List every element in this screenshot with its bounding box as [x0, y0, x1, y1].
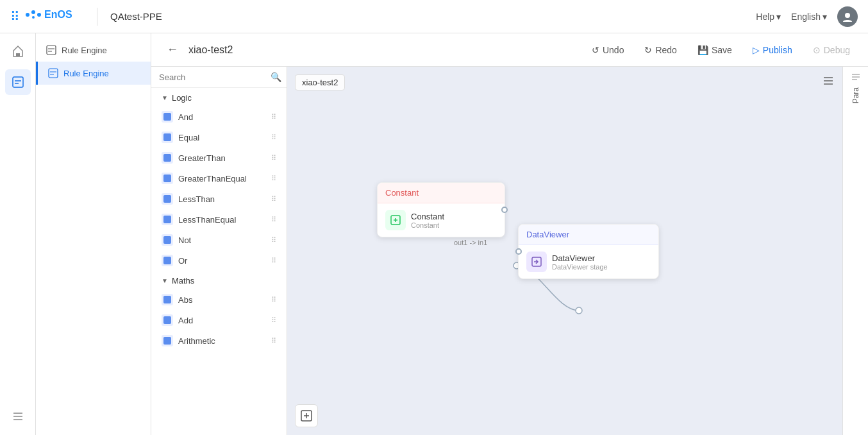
- right-panel-label: Para: [851, 87, 860, 103]
- and-label: And: [178, 112, 266, 122]
- sidebar-menu-icon[interactable]: [12, 410, 24, 435]
- svg-rect-12: [163, 154, 171, 162]
- drag-handle-icon: ⠿: [271, 133, 276, 142]
- greaterthanequal-label: GreaterThanEqual: [178, 174, 266, 183]
- rule-engine-sub-item[interactable]: Rule Engine: [36, 62, 151, 85]
- maths-category-header[interactable]: ▼ Maths: [151, 271, 287, 289]
- list-item[interactable]: Add ⠿: [151, 310, 287, 330]
- abs-node-icon: [162, 294, 173, 305]
- publish-button[interactable]: ▷ Publish: [745, 41, 800, 59]
- svg-rect-8: [47, 46, 56, 55]
- greaterthanequal-node-icon: [162, 173, 173, 184]
- drag-handle-icon: ⠿: [271, 316, 276, 325]
- svg-rect-7: [13, 77, 23, 87]
- dataviewer-node-body: DataViewer DataViewer stage: [519, 245, 658, 278]
- redo-icon: ↻: [644, 45, 652, 55]
- svg-rect-16: [163, 236, 171, 244]
- or-node-icon: [162, 255, 173, 266]
- constant-node-sublabel: Constant: [411, 221, 444, 229]
- back-button[interactable]: ←: [162, 40, 183, 59]
- undo-button[interactable]: ↺ Undo: [584, 41, 631, 59]
- equal-node-icon: [162, 132, 173, 143]
- panel-toggle-icon[interactable]: [822, 74, 835, 90]
- logo: ⠿ EnOS: [10, 7, 76, 26]
- drag-handle-icon: ⠿: [271, 175, 276, 183]
- drag-handle-icon: ⠿: [271, 113, 276, 121]
- toolbar: ← xiao-test2 ↺ Undo ↻ Redo 💾 Save: [151, 33, 868, 67]
- constant-output-port[interactable]: [501, 207, 508, 213]
- debug-button[interactable]: ⊙ Debug: [805, 41, 858, 59]
- dataviewer-node-sublabel: DataViewer stage: [552, 263, 608, 271]
- lessthan-label: LessThan: [178, 194, 266, 204]
- canvas-area[interactable]: xiao-test2 out1 -> in1: [287, 67, 842, 435]
- drag-handle-icon: ⠿: [271, 154, 276, 162]
- language-menu[interactable]: English ▾: [791, 12, 827, 22]
- save-icon: 💾: [697, 45, 708, 55]
- svg-rect-18: [163, 296, 171, 303]
- svg-point-1: [31, 10, 35, 14]
- dataviewer-input-port[interactable]: [515, 248, 522, 255]
- connection-label: out1 -> in1: [454, 239, 487, 246]
- publish-icon: ▷: [753, 45, 760, 55]
- sidebar-home-icon[interactable]: [5, 38, 31, 64]
- equal-label: Equal: [178, 133, 266, 142]
- search-input[interactable]: [159, 72, 267, 82]
- list-item[interactable]: GreaterThanEqual ⠿: [151, 168, 287, 189]
- constant-node[interactable]: Constant Constant Constant: [377, 182, 505, 237]
- greaterthan-node-icon: [162, 152, 173, 164]
- add-node-icon: [162, 314, 173, 326]
- workspace: 🔍 ▼ Logic And ⠿: [151, 67, 868, 435]
- and-node-icon: [162, 111, 173, 123]
- svg-rect-20: [163, 337, 171, 345]
- list-item[interactable]: Arithmetic ⠿: [151, 330, 287, 351]
- debug-icon: ⊙: [813, 45, 821, 55]
- list-item[interactable]: LessThan ⠿: [151, 189, 287, 209]
- drag-handle-icon: ⠿: [271, 216, 276, 224]
- panel-lines-icon: [851, 72, 861, 82]
- lang-chevron-icon: ▾: [822, 12, 827, 22]
- avatar[interactable]: [837, 6, 858, 27]
- logo-dots: ⠿: [10, 9, 20, 24]
- right-content: ← xiao-test2 ↺ Undo ↻ Redo 💾 Save: [151, 33, 868, 435]
- help-chevron-icon: ▾: [776, 12, 781, 22]
- top-nav-right: Help ▾ English ▾: [756, 6, 858, 27]
- canvas-breadcrumb: xiao-test2: [295, 74, 345, 90]
- dataviewer-node[interactable]: DataViewer DataViewer DataViewer stage: [518, 224, 659, 279]
- save-button[interactable]: 💾 Save: [690, 41, 740, 59]
- svg-rect-17: [163, 257, 171, 264]
- panel-sidebar: 🔍 ▼ Logic And ⠿: [151, 67, 287, 435]
- drag-handle-icon: ⠿: [271, 296, 276, 304]
- svg-point-22: [576, 307, 582, 314]
- arithmetic-node-icon: [162, 335, 173, 346]
- drag-handle-icon: ⠿: [271, 195, 276, 203]
- sidebar-rule-engine-icon[interactable]: [5, 69, 31, 95]
- redo-button[interactable]: ↻ Redo: [637, 41, 684, 59]
- dataviewer-node-label: DataViewer: [552, 253, 608, 263]
- list-item[interactable]: Abs ⠿: [151, 289, 287, 310]
- svg-rect-6: [16, 53, 20, 56]
- inner-left-nav: Rule Engine Rule Engine: [36, 33, 151, 435]
- svg-point-5: [845, 13, 850, 18]
- list-item[interactable]: LessThanEqual ⠿: [151, 209, 287, 230]
- svg-point-3: [32, 16, 35, 19]
- arithmetic-label: Arithmetic: [178, 336, 266, 346]
- lessthan-node-icon: [162, 193, 173, 205]
- list-item[interactable]: Not ⠿: [151, 230, 287, 250]
- svg-rect-15: [163, 216, 171, 223]
- rule-engine-nav: Rule Engine: [36, 38, 151, 62]
- toolbar-title: xiao-test2: [188, 44, 233, 56]
- canvas-zoom-button[interactable]: [295, 404, 318, 427]
- constant-node-icon: [385, 210, 406, 230]
- dataviewer-node-header: DataViewer: [519, 225, 658, 245]
- svg-rect-10: [163, 113, 171, 121]
- list-item[interactable]: GreaterThan ⠿: [151, 148, 287, 168]
- back-icon: ←: [167, 43, 178, 56]
- panel-list: ▼ Logic And ⠿ Equal ⠿: [151, 88, 287, 435]
- search-icon: 🔍: [271, 72, 281, 82]
- constant-node-label: Constant: [411, 212, 444, 221]
- help-menu[interactable]: Help ▾: [756, 12, 781, 22]
- list-item[interactable]: Or ⠿: [151, 250, 287, 271]
- list-item[interactable]: And ⠿: [151, 107, 287, 127]
- logic-category-header[interactable]: ▼ Logic: [151, 88, 287, 107]
- list-item[interactable]: Equal ⠿: [151, 127, 287, 148]
